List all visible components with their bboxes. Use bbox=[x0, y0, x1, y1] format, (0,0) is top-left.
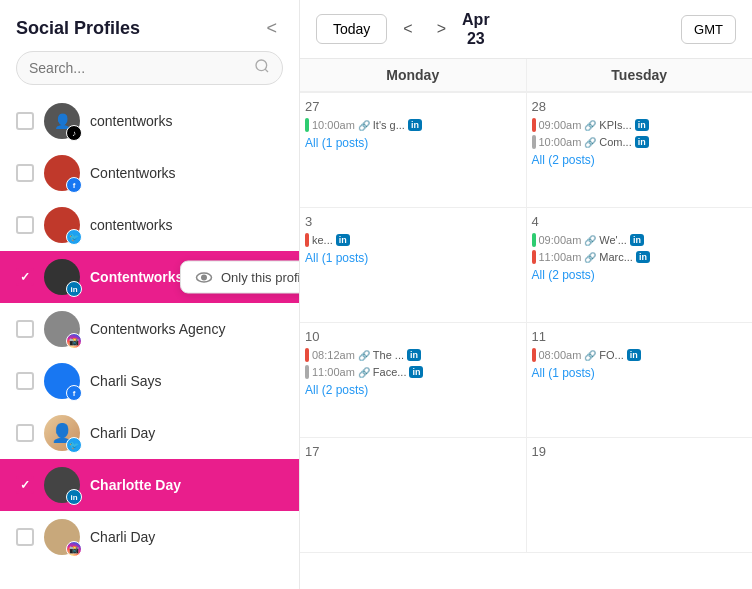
prev-nav-button[interactable]: < bbox=[395, 16, 420, 42]
calendar-event-w1d1e1[interactable]: 11:00am🔗Marc...in bbox=[532, 250, 748, 264]
profile-checkbox-contentworks-fb[interactable] bbox=[16, 164, 34, 182]
avatar-contentworks-agency-li: in bbox=[44, 259, 80, 295]
social-badge-linkedin: in bbox=[66, 281, 82, 297]
event-dot bbox=[532, 135, 536, 149]
linkedin-badge: in bbox=[636, 251, 650, 263]
profile-checkbox-contentworks-agency-ig[interactable] bbox=[16, 320, 34, 338]
calendar-event-w2d0e0[interactable]: 08:12am🔗The ...in bbox=[305, 348, 521, 362]
calendar: Today < > Apr 23 GMT Monday Tuesday 2710… bbox=[300, 0, 752, 589]
avatar-charli-day-twitter: 👤🐦 bbox=[44, 415, 80, 451]
calendar-date: Apr 23 bbox=[462, 10, 490, 48]
avatar-contentworks-agency-ig: 📸 bbox=[44, 311, 80, 347]
profile-item-charli-says-fb[interactable]: fCharli Says bbox=[0, 355, 299, 407]
avatar-charli-says-fb: f bbox=[44, 363, 80, 399]
sidebar-header: Social Profiles < bbox=[0, 0, 299, 51]
all-posts-link[interactable]: All (1 posts) bbox=[305, 136, 521, 150]
linkedin-badge: in bbox=[408, 119, 422, 131]
calendar-event-w2d0e1[interactable]: 11:00am🔗Face...in bbox=[305, 365, 521, 379]
profile-item-contentworks-agency-li[interactable]: inContentworks Agency Only this profile bbox=[0, 251, 299, 303]
avatar-charli-day-ig: 📸 bbox=[44, 519, 80, 555]
today-button[interactable]: Today bbox=[316, 14, 387, 44]
column-headers: Monday Tuesday bbox=[300, 59, 752, 93]
linkedin-badge: in bbox=[627, 349, 641, 361]
only-this-profile-tooltip[interactable]: Only this profile bbox=[180, 261, 299, 294]
calendar-event-w1d1e0[interactable]: 09:00am🔗We'...in bbox=[532, 233, 748, 247]
event-time: 08:00am bbox=[539, 349, 582, 361]
avatar-contentworks-tiktok: 👤♪ bbox=[44, 103, 80, 139]
tooltip-label: Only this profile bbox=[221, 270, 299, 285]
event-title: Face... bbox=[373, 366, 407, 378]
linkedin-badge: in bbox=[635, 136, 649, 148]
profile-item-charlotte-day-li[interactable]: inCharlotte Day bbox=[0, 459, 299, 511]
profile-name-charli-says-fb: Charli Says bbox=[90, 373, 162, 389]
day-number: 11 bbox=[532, 329, 748, 344]
profile-checkbox-charli-says-fb[interactable] bbox=[16, 372, 34, 390]
event-dot bbox=[305, 365, 309, 379]
week-row-0: 2710:00am🔗It's g...inAll (1 posts)2809:0… bbox=[300, 93, 752, 208]
col-header-tuesday: Tuesday bbox=[527, 59, 753, 92]
profile-item-contentworks-twitter[interactable]: 🐦contentworks bbox=[0, 199, 299, 251]
search-input[interactable] bbox=[29, 60, 254, 76]
next-nav-button[interactable]: > bbox=[429, 16, 454, 42]
calendar-body: 2710:00am🔗It's g...inAll (1 posts)2809:0… bbox=[300, 93, 752, 589]
event-dot bbox=[532, 233, 536, 247]
all-posts-link[interactable]: All (1 posts) bbox=[305, 251, 521, 265]
avatar-contentworks-twitter: 🐦 bbox=[44, 207, 80, 243]
day-number: 27 bbox=[305, 99, 521, 114]
event-dot bbox=[532, 348, 536, 362]
profile-name-charli-day-twitter: Charli Day bbox=[90, 425, 155, 441]
profile-checkbox-contentworks-twitter[interactable] bbox=[16, 216, 34, 234]
profile-name-contentworks-agency-ig: Contentworks Agency bbox=[90, 321, 225, 337]
calendar-header: Today < > Apr 23 GMT bbox=[300, 0, 752, 59]
day-number: 28 bbox=[532, 99, 748, 114]
search-bar[interactable] bbox=[16, 51, 283, 85]
social-profiles-sidebar: Social Profiles < 👤♪contentworksfContent… bbox=[0, 0, 300, 589]
day-number: 3 bbox=[305, 214, 521, 229]
event-title: Com... bbox=[599, 136, 631, 148]
all-posts-link[interactable]: All (2 posts) bbox=[305, 383, 521, 397]
event-dot bbox=[305, 348, 309, 362]
event-title: KPIs... bbox=[599, 119, 631, 131]
profile-item-charli-day-ig[interactable]: 📸Charli Day bbox=[0, 511, 299, 563]
event-time: 08:12am bbox=[312, 349, 355, 361]
calendar-event-w1d0e0[interactable]: ke...in bbox=[305, 233, 521, 247]
avatar-charlotte-day-li: in bbox=[44, 467, 80, 503]
cal-cell-w3d1: 19 bbox=[527, 438, 753, 553]
social-badge-twitter: 🐦 bbox=[66, 437, 82, 453]
day-number: 10 bbox=[305, 329, 521, 344]
calendar-event-w0d1e1[interactable]: 10:00am🔗Com...in bbox=[532, 135, 748, 149]
event-link-icon: 🔗 bbox=[358, 120, 370, 131]
profile-checkbox-contentworks-tiktok[interactable] bbox=[16, 112, 34, 130]
event-time: 10:00am bbox=[312, 119, 355, 131]
event-title: ke... bbox=[312, 234, 333, 246]
profile-checkbox-charli-day-twitter[interactable] bbox=[16, 424, 34, 442]
svg-point-0 bbox=[256, 60, 267, 71]
event-link-icon: 🔗 bbox=[358, 350, 370, 361]
social-badge-instagram: 📸 bbox=[66, 333, 82, 349]
profile-item-contentworks-agency-ig[interactable]: 📸Contentworks Agency bbox=[0, 303, 299, 355]
all-posts-link[interactable]: All (1 posts) bbox=[532, 366, 748, 380]
all-posts-link[interactable]: All (2 posts) bbox=[532, 153, 748, 167]
profile-checkbox-charli-day-ig[interactable] bbox=[16, 528, 34, 546]
profile-checkbox-contentworks-agency-li[interactable] bbox=[16, 268, 34, 286]
event-title: We'... bbox=[599, 234, 627, 246]
profile-item-charli-day-twitter[interactable]: 👤🐦Charli Day bbox=[0, 407, 299, 459]
social-badge-twitter: 🐦 bbox=[66, 229, 82, 245]
cal-cell-w2d0: 1008:12am🔗The ...in11:00am🔗Face...inAll … bbox=[300, 323, 527, 438]
linkedin-badge: in bbox=[336, 234, 350, 246]
all-posts-link[interactable]: All (2 posts) bbox=[532, 268, 748, 282]
profile-checkbox-charlotte-day-li[interactable] bbox=[16, 476, 34, 494]
cal-cell-w0d0: 2710:00am🔗It's g...inAll (1 posts) bbox=[300, 93, 527, 208]
calendar-event-w0d1e0[interactable]: 09:00am🔗KPIs...in bbox=[532, 118, 748, 132]
profile-name-contentworks-twitter: contentworks bbox=[90, 217, 172, 233]
calendar-event-w0d0e0[interactable]: 10:00am🔗It's g...in bbox=[305, 118, 521, 132]
collapse-button[interactable]: < bbox=[260, 16, 283, 41]
event-link-icon: 🔗 bbox=[584, 252, 596, 263]
cal-cell-w2d1: 1108:00am🔗FO...inAll (1 posts) bbox=[527, 323, 753, 438]
calendar-event-w2d1e0[interactable]: 08:00am🔗FO...in bbox=[532, 348, 748, 362]
social-badge-facebook: f bbox=[66, 385, 82, 401]
event-time: 09:00am bbox=[539, 234, 582, 246]
profile-item-contentworks-fb[interactable]: fContentworks bbox=[0, 147, 299, 199]
profile-item-contentworks-tiktok[interactable]: 👤♪contentworks bbox=[0, 95, 299, 147]
week-row-3: 1719 bbox=[300, 438, 752, 553]
